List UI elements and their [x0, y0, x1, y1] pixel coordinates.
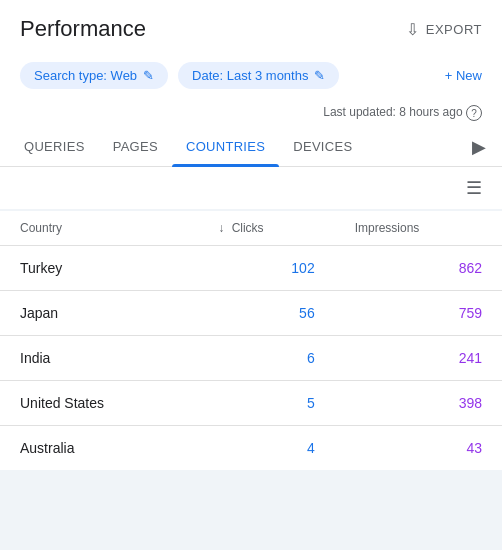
edit-icon: ✎ — [143, 68, 154, 83]
edit-icon: ✎ — [314, 68, 325, 83]
last-updated-bar: Last updated: 8 hours ago ? — [0, 99, 502, 127]
export-button[interactable]: ⇩ EXPORT — [406, 20, 482, 39]
tab-pages[interactable]: PAGES — [99, 127, 172, 166]
table-row[interactable]: Turkey102862 — [0, 246, 502, 291]
info-icon[interactable]: ? — [466, 105, 482, 121]
col-header-country: Country — [0, 211, 198, 246]
cell-country: Australia — [0, 426, 198, 471]
date-filter[interactable]: Date: Last 3 months ✎ — [178, 62, 339, 89]
download-icon: ⇩ — [406, 20, 420, 39]
cell-clicks: 6 — [198, 336, 334, 381]
table-row[interactable]: Japan56759 — [0, 291, 502, 336]
cell-country: Japan — [0, 291, 198, 336]
search-type-label: Search type: Web — [34, 68, 137, 83]
table-toolbar: ☰ — [0, 167, 502, 209]
columns-filter-button[interactable]: ☰ — [466, 177, 482, 199]
cell-clicks: 5 — [198, 381, 334, 426]
cell-impressions: 398 — [335, 381, 502, 426]
col-header-clicks[interactable]: ↓ Clicks — [198, 211, 334, 246]
tabs-bar: QUERIES PAGES COUNTRIES DEVICES ▶ — [0, 127, 502, 167]
filters-row: Search type: Web ✎ Date: Last 3 months ✎… — [0, 52, 502, 99]
cell-country: United States — [0, 381, 198, 426]
cell-impressions: 759 — [335, 291, 502, 336]
cell-impressions: 43 — [335, 426, 502, 471]
last-updated-text: Last updated: 8 hours ago — [323, 105, 462, 119]
cell-impressions: 241 — [335, 336, 502, 381]
search-type-filter[interactable]: Search type: Web ✎ — [20, 62, 168, 89]
cell-country: Turkey — [0, 246, 198, 291]
col-header-impressions: Impressions — [335, 211, 502, 246]
cell-clicks: 102 — [198, 246, 334, 291]
page-title: Performance — [20, 16, 146, 42]
export-label: EXPORT — [426, 22, 482, 37]
cell-impressions: 862 — [335, 246, 502, 291]
page-header: Performance ⇩ EXPORT — [0, 0, 502, 52]
tab-countries[interactable]: COUNTRIES — [172, 127, 279, 166]
date-label: Date: Last 3 months — [192, 68, 308, 83]
tab-devices[interactable]: DEVICES — [279, 127, 366, 166]
new-label: + New — [445, 68, 482, 83]
cell-country: India — [0, 336, 198, 381]
table-row[interactable]: India6241 — [0, 336, 502, 381]
table-row[interactable]: United States5398 — [0, 381, 502, 426]
table-row[interactable]: Australia443 — [0, 426, 502, 471]
cell-clicks: 4 — [198, 426, 334, 471]
new-button[interactable]: + New — [445, 68, 482, 83]
more-tabs-button[interactable]: ▶ — [466, 132, 492, 162]
sort-down-icon: ↓ — [218, 221, 224, 235]
data-table: Country ↓ Clicks Impressions Turkey10286… — [0, 211, 502, 470]
filter-icon: ☰ — [466, 178, 482, 198]
tab-queries[interactable]: QUERIES — [10, 127, 99, 166]
table-header-row: Country ↓ Clicks Impressions — [0, 211, 502, 246]
cell-clicks: 56 — [198, 291, 334, 336]
